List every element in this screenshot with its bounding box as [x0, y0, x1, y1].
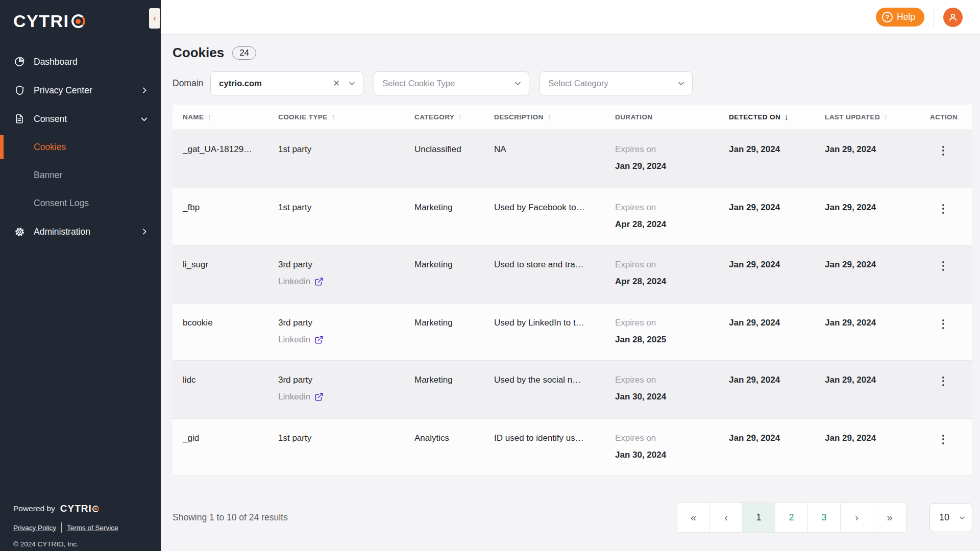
first-page-icon: « — [691, 512, 696, 523]
pagination: « ‹ 1 2 3 › » 10 — [677, 503, 972, 533]
cell-action — [930, 188, 972, 245]
page-title: Cookies — [173, 45, 224, 61]
privacy-policy-link[interactable]: Privacy Policy — [13, 524, 56, 532]
sidebar-footer: Powered by CYTRI Privacy Policy Terms of… — [13, 503, 118, 548]
column-header-cookie-type[interactable]: COOKIE TYPE ↑ — [278, 113, 414, 122]
table-row: bcookie 3rd party Linkedin Marketing Use… — [173, 303, 972, 361]
kebab-menu-icon[interactable] — [937, 318, 949, 330]
page-size-select[interactable]: 10 — [929, 503, 972, 532]
domain-select[interactable]: cytrio.com ✕ — [210, 71, 363, 95]
clear-icon[interactable]: ✕ — [333, 78, 340, 89]
cell-name: _gid — [183, 419, 278, 475]
page-button-2[interactable]: 2 — [775, 503, 808, 532]
cell-detected-on: Jan 29, 2024 — [729, 419, 825, 475]
gear-icon — [13, 226, 26, 238]
cell-action — [930, 304, 972, 360]
page-button-1[interactable]: 1 — [743, 503, 775, 532]
column-header-duration[interactable]: DURATION — [615, 113, 729, 121]
provider-link[interactable]: Linkedin — [278, 392, 414, 402]
sidebar-item-label: Dashboard — [34, 57, 78, 67]
cell-name: bcookie — [183, 304, 278, 360]
sidebar-item-consent[interactable]: Consent — [0, 105, 161, 133]
cell-detected-on: Jan 29, 2024 — [729, 130, 825, 188]
sidebar-subitem-label: Consent Logs — [34, 198, 89, 209]
sidebar-item-privacy-center[interactable]: Privacy Center — [0, 76, 161, 105]
first-page-button[interactable]: « — [677, 503, 710, 532]
sidebar-item-banner[interactable]: Banner — [0, 161, 161, 189]
category-select[interactable]: Select Category — [540, 71, 693, 95]
cell-last-updated: Jan 29, 2024 — [825, 245, 930, 303]
cell-detected-on: Jan 29, 2024 — [729, 188, 825, 245]
last-page-button[interactable]: » — [873, 503, 906, 532]
cell-action — [930, 419, 972, 475]
cell-cookie-type: 1st party — [278, 419, 414, 475]
cell-description: Used by the social n… — [494, 361, 615, 418]
logo-target-icon — [71, 14, 85, 28]
sidebar-item-cookies[interactable]: Cookies — [0, 133, 161, 161]
sort-asc-icon: ↑ — [458, 113, 462, 122]
prev-page-button[interactable]: ‹ — [710, 503, 743, 532]
cell-duration: Expires on Jan 30, 2024 — [615, 361, 729, 418]
cell-last-updated: Jan 29, 2024 — [825, 304, 930, 360]
help-button[interactable]: ? Help — [876, 8, 924, 27]
column-header-name[interactable]: NAME ↑ — [183, 113, 278, 122]
sidebar-item-label: Administration — [34, 227, 90, 237]
external-link-icon — [314, 392, 324, 402]
cell-cookie-type: 3rd party Linkedin — [278, 245, 414, 303]
copyright-text: © 2024 CYTRIO, Inc. — [13, 540, 118, 548]
cell-cookie-type: 3rd party Linkedin — [278, 304, 414, 360]
cell-description: Used by Facebook to… — [494, 188, 615, 245]
chevron-right-icon — [140, 86, 149, 94]
sidebar-item-dashboard[interactable]: Dashboard — [0, 47, 161, 76]
cookie-type-placeholder: Select Cookie Type — [382, 79, 455, 88]
page-size-value: 10 — [939, 512, 949, 523]
cell-category: Marketing — [414, 188, 494, 245]
cell-category: Marketing — [414, 304, 494, 360]
sidebar-item-administration[interactable]: Administration — [0, 217, 161, 246]
prev-page-icon: ‹ — [724, 512, 728, 523]
cookie-type-select[interactable]: Select Cookie Type — [374, 71, 529, 95]
page-button-3[interactable]: 3 — [808, 503, 841, 532]
provider-link[interactable]: Linkedin — [278, 277, 414, 287]
sort-asc-icon: ↑ — [884, 113, 888, 122]
next-page-button[interactable]: › — [841, 503, 873, 532]
user-icon — [947, 12, 959, 23]
column-header-last-updated[interactable]: LAST UPDATED ↑ — [825, 113, 930, 122]
cell-last-updated: Jan 29, 2024 — [825, 361, 930, 418]
cell-name: _fbp — [183, 188, 278, 245]
last-page-icon: » — [887, 512, 892, 523]
column-header-action: ACTION — [930, 113, 972, 121]
cell-duration: Expires on Apr 28, 2024 — [615, 245, 729, 303]
main-content: Cookies 24 Domain cytrio.com ✕ Select Co… — [161, 35, 980, 551]
sidebar-collapse-button[interactable]: ‹ — [149, 8, 160, 29]
external-link-icon — [314, 277, 324, 286]
kebab-menu-icon[interactable] — [937, 433, 949, 445]
terms-of-service-link[interactable]: Terms of Service — [67, 524, 118, 532]
sidebar-item-consent-logs[interactable]: Consent Logs — [0, 189, 161, 217]
help-label: Help — [897, 12, 915, 22]
kebab-menu-icon[interactable] — [937, 260, 949, 272]
filter-row: Domain cytrio.com ✕ Select Cookie Type S… — [173, 71, 972, 95]
cell-action — [930, 130, 972, 188]
column-header-detected-on[interactable]: DETECTED ON ↓ — [729, 112, 825, 122]
cell-description: Used by LinkedIn to t… — [494, 304, 615, 360]
user-avatar[interactable] — [943, 8, 963, 27]
sidebar-subitem-label: Cookies — [34, 142, 66, 153]
link-divider — [61, 522, 62, 533]
cell-cookie-type: 3rd party Linkedin — [278, 361, 414, 418]
column-header-category[interactable]: CATEGORY ↑ — [414, 113, 494, 122]
column-header-description[interactable]: DESCRIPTION ↑ — [494, 113, 615, 122]
kebab-menu-icon[interactable] — [937, 144, 949, 157]
cell-cookie-type: 1st party — [278, 188, 414, 245]
chevron-down-icon — [959, 514, 966, 521]
kebab-menu-icon[interactable] — [937, 375, 949, 387]
cell-category: Marketing — [414, 361, 494, 418]
table-row: li_sugr 3rd party Linkedin Marketing Use… — [173, 245, 972, 303]
powered-by-label: Powered by — [13, 504, 55, 513]
chevron-down-icon — [677, 80, 685, 87]
chevron-down-icon — [348, 80, 356, 87]
provider-link[interactable]: Linkedin — [278, 335, 414, 345]
cell-duration: Expires on Apr 28, 2024 — [615, 188, 729, 245]
kebab-menu-icon[interactable] — [937, 203, 949, 215]
collapse-sidebar-icon: ‹ — [153, 13, 156, 23]
